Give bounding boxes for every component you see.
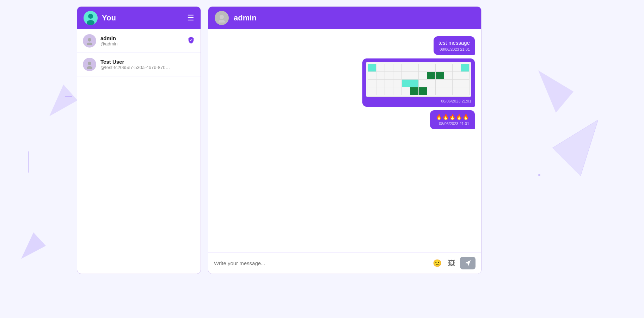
- left-panel: You ☰ admin @admin: [77, 6, 201, 274]
- chat-input-area: 🙂 🖼: [208, 252, 481, 274]
- grid-cell: [453, 64, 461, 72]
- emoji-picker-button[interactable]: 🙂: [431, 257, 443, 269]
- emoji-text: 🔥🔥🔥🔥🔥: [436, 114, 469, 120]
- svg-point-6: [538, 174, 540, 176]
- svg-point-8: [88, 14, 93, 19]
- send-icon: [464, 260, 471, 267]
- grid-cell: [436, 87, 444, 95]
- grid-cell: [376, 80, 385, 87]
- grid-cell: [410, 87, 419, 95]
- grid-cell: [402, 80, 410, 87]
- image-icon: 🖼: [448, 259, 455, 267]
- grid-cell: [402, 72, 410, 80]
- grid-cell: [461, 87, 470, 95]
- grid-cell: [444, 87, 453, 95]
- svg-point-13: [87, 66, 92, 69]
- right-panel: admin test message 08/06/2023 21:01: [208, 6, 482, 274]
- emoji-icon: 🙂: [433, 259, 442, 267]
- grid-cell: [427, 64, 436, 72]
- grid-cell: [385, 87, 393, 95]
- grid-cell: [444, 80, 453, 87]
- grid-cell: [444, 72, 453, 80]
- contact-list: admin @admin Test User @test-fc2065e7-: [77, 29, 201, 274]
- grid-cell: [427, 72, 436, 80]
- contact-info-testuser: Test User @test-fc2065e7-530a-4b7b-8708-…: [100, 59, 195, 70]
- grid-cell: [410, 80, 419, 87]
- grid-cell: [419, 80, 427, 87]
- grid-cell: [402, 87, 410, 95]
- grid-cell: [368, 87, 376, 95]
- contact-name-admin: admin: [100, 35, 195, 41]
- grid-cell: [436, 80, 444, 87]
- grid-cell: [368, 80, 376, 87]
- grid-table: [368, 64, 470, 95]
- avatar-admin: [83, 34, 96, 48]
- left-header-left: You: [84, 11, 116, 25]
- svg-point-15: [219, 20, 225, 23]
- message-row-2: 08/06/2023 21:01: [215, 58, 475, 107]
- grid-cell: [427, 87, 436, 95]
- grid-cell: [410, 72, 419, 80]
- message-bubble-text: test message 08/06/2023 21:01: [434, 36, 475, 55]
- message-time-2: 08/06/2023 21:01: [366, 99, 471, 103]
- grid-cell: [385, 72, 393, 80]
- contact-handle-admin: @admin: [100, 41, 171, 46]
- grid-cell: [385, 80, 393, 87]
- grid-cell: [393, 80, 402, 87]
- grid-cell: [376, 64, 385, 72]
- contact-handle-testuser: @test-fc2065e7-530a-4b7b-8708-...: [100, 65, 171, 70]
- grid-cell: [427, 80, 436, 87]
- svg-marker-1: [21, 232, 46, 259]
- grid-cell: [453, 87, 461, 95]
- grid-cell: [461, 72, 470, 80]
- contact-name-testuser: Test User: [100, 59, 195, 65]
- grid-cell: [393, 87, 402, 95]
- contact-item-admin[interactable]: admin @admin: [77, 29, 201, 53]
- grid-cell: [393, 72, 402, 80]
- svg-marker-5: [552, 120, 598, 176]
- hamburger-icon[interactable]: ☰: [187, 13, 194, 23]
- grid-cell: [419, 64, 427, 72]
- svg-point-11: [87, 43, 92, 45]
- message-text: test message: [438, 40, 470, 46]
- grid-cell: [368, 72, 376, 80]
- contact-item-testuser[interactable]: Test User @test-fc2065e7-530a-4b7b-8708-…: [77, 53, 201, 76]
- grid-cell: [410, 64, 419, 72]
- svg-point-14: [220, 15, 224, 19]
- message-row-1: test message 08/06/2023 21:01: [215, 36, 475, 55]
- svg-point-10: [88, 38, 91, 42]
- image-upload-button[interactable]: 🖼: [447, 258, 456, 269]
- message-input[interactable]: [214, 260, 428, 266]
- grid-cell: [453, 72, 461, 80]
- grid-cell: [461, 80, 470, 87]
- message-time-1: 08/06/2023 21:01: [438, 47, 470, 51]
- grid-cell: [393, 64, 402, 72]
- send-button[interactable]: [460, 257, 476, 269]
- grid-cell: [376, 87, 385, 95]
- svg-marker-0: [49, 85, 78, 116]
- grid-cell: [444, 64, 453, 72]
- chat-header-avatar: [215, 11, 229, 25]
- chat-messages: test message 08/06/2023 21:01: [208, 29, 481, 252]
- message-bubble-emoji: 🔥🔥🔥🔥🔥 08/06/2023 21:01: [430, 110, 475, 129]
- grid-cell: [368, 64, 376, 72]
- grid-cell: [376, 72, 385, 80]
- grid-cell: [436, 72, 444, 80]
- grid-cell: [419, 72, 427, 80]
- avatar-testuser: [83, 58, 96, 71]
- shield-icon: [187, 36, 195, 46]
- svg-marker-4: [538, 70, 574, 113]
- message-bubble-grid: 08/06/2023 21:01: [362, 58, 475, 107]
- you-label: You: [102, 13, 116, 23]
- chat-header: admin: [208, 7, 481, 29]
- grid-cell: [419, 87, 427, 95]
- game-grid: [366, 62, 471, 97]
- svg-point-12: [88, 62, 91, 65]
- grid-cell: [402, 64, 410, 72]
- contact-info-admin: admin @admin: [100, 35, 195, 46]
- grid-cell: [453, 80, 461, 87]
- grid-cell: [461, 64, 470, 72]
- message-row-3: 🔥🔥🔥🔥🔥 08/06/2023 21:01: [215, 110, 475, 129]
- avatar-you: [84, 11, 98, 25]
- left-header: You ☰: [77, 7, 201, 29]
